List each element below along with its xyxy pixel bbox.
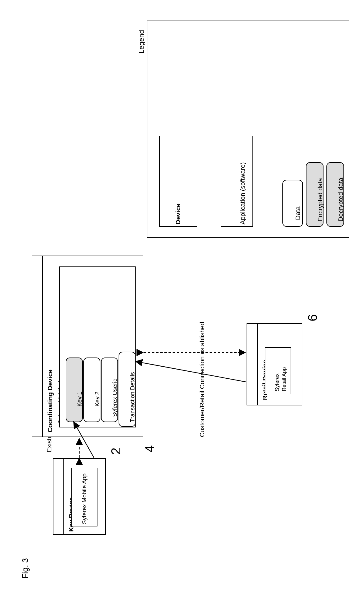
connections [0,0,364,594]
conn-key-to-key1 [73,421,94,458]
conn-retail-to-txn [135,361,246,382]
